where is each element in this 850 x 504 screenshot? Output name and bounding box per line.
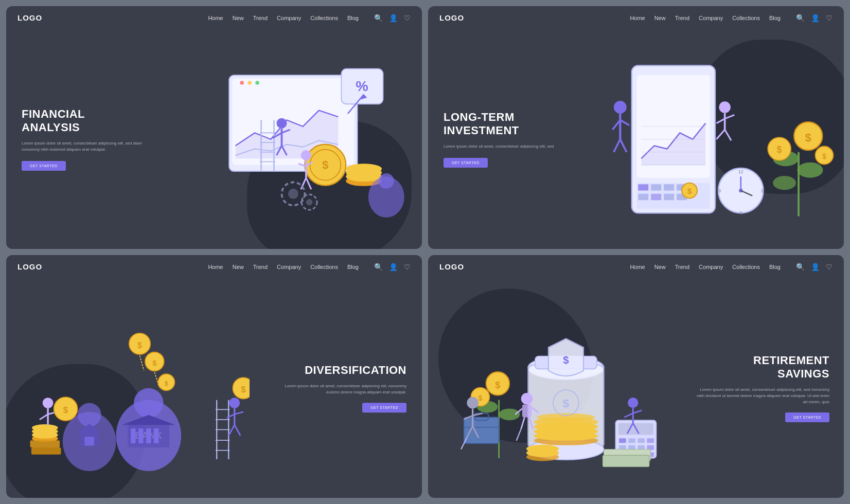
svg-line-80 (612, 120, 620, 130)
logo-1: LOGO (17, 13, 42, 22)
svg-line-190 (624, 413, 633, 417)
nav-collections-3[interactable]: Collections (310, 264, 338, 270)
svg-text:%: % (356, 78, 368, 94)
get-started-btn-4[interactable]: GET STARTED (785, 412, 829, 422)
search-icon-3[interactable]: 🔍 (374, 263, 383, 271)
nav-home-4[interactable]: Home (630, 264, 645, 270)
svg-point-118 (43, 398, 54, 408)
card-long-term-investment: LOGO Home New Trend Company Collections … (428, 6, 844, 249)
svg-line-89 (725, 130, 731, 140)
nav-new-2[interactable]: New (654, 15, 666, 21)
nav-links-2: Home New Trend Company Collections Blog (630, 15, 781, 21)
card-desc-4: Lorem ipsum dolor sit amet, consectetuer… (696, 387, 829, 405)
illustration-2: $ 12 3 6 9 $ $ (574, 29, 844, 249)
svg-line-134 (235, 412, 243, 415)
nav-icons-2: 🔍 👤 ♡ (796, 14, 833, 22)
svg-line-185 (521, 417, 524, 429)
nav-company-3[interactable]: Company (277, 264, 301, 270)
svg-point-26 (276, 118, 287, 128)
svg-line-83 (620, 139, 626, 152)
nav-blog-4[interactable]: Blog (769, 264, 781, 270)
illustration-4: $ $ $ $ (428, 278, 686, 498)
nav-collections-4[interactable]: Collections (732, 264, 760, 270)
svg-rect-96 (146, 428, 151, 443)
svg-rect-95 (138, 428, 143, 443)
nav-collections-2[interactable]: Collections (732, 15, 760, 21)
card-retirement-savings: LOGO Home New Trend Company Collections … (428, 255, 844, 498)
retirement-savings-svg: $ $ $ $ (435, 284, 680, 493)
get-started-btn-3[interactable]: GET STARTED (362, 403, 406, 412)
svg-line-191 (633, 410, 642, 413)
nav-home-3[interactable]: Home (208, 264, 223, 270)
search-icon-4[interactable]: 🔍 (796, 263, 805, 271)
svg-point-194 (467, 397, 479, 408)
nav-trend-1[interactable]: Trend (253, 15, 268, 21)
svg-line-133 (227, 414, 235, 418)
nav-trend-4[interactable]: Trend (675, 264, 689, 270)
svg-point-100 (78, 403, 101, 426)
svg-line-135 (228, 425, 235, 436)
search-icon-1[interactable]: 🔍 (374, 14, 383, 22)
nav-trend-2[interactable]: Trend (675, 15, 689, 21)
svg-point-91 (134, 388, 164, 418)
svg-text:6: 6 (739, 210, 742, 215)
svg-point-188 (628, 398, 638, 408)
heart-icon-2[interactable]: ♡ (826, 14, 833, 22)
heart-icon-3[interactable]: ♡ (404, 263, 411, 271)
search-icon-2[interactable]: 🔍 (796, 14, 805, 22)
nav-trend-3[interactable]: Trend (253, 264, 268, 270)
nav-company-1[interactable]: Company (277, 15, 301, 21)
get-started-btn-2[interactable]: GET STARTED (444, 158, 488, 168)
illustration-3: BANK (6, 278, 256, 498)
user-icon-1[interactable]: 👤 (389, 14, 398, 22)
nav-icons-1: 🔍 👤 ♡ (374, 14, 411, 22)
svg-line-116 (140, 355, 144, 370)
nav-home-2[interactable]: Home (630, 15, 645, 21)
card-title-4: RETIREMENTSAVINGS (696, 354, 829, 381)
nav-new-1[interactable]: New (233, 15, 244, 21)
diversification-svg: BANK (12, 284, 250, 493)
svg-text:$: $ (563, 354, 569, 366)
nav-company-2[interactable]: Company (699, 15, 723, 21)
svg-line-136 (235, 425, 241, 436)
nav-home-1[interactable]: Home (208, 15, 223, 21)
svg-text:$: $ (777, 145, 782, 155)
nav-blog-1[interactable]: Blog (347, 15, 359, 21)
nav-blog-2[interactable]: Blog (769, 15, 781, 21)
user-icon-2[interactable]: 👤 (811, 14, 820, 22)
svg-line-87 (725, 115, 735, 118)
card-desc-1: Lorem ipsum dolor sit amet, consectetuer… (22, 140, 155, 153)
nav-icons-4: 🔍 👤 ♡ (796, 263, 833, 271)
nav-new-3[interactable]: New (233, 264, 244, 270)
svg-point-107 (32, 424, 58, 431)
svg-rect-50 (638, 184, 648, 190)
svg-rect-169 (628, 438, 635, 443)
svg-text:$: $ (805, 131, 811, 143)
heart-icon-1[interactable]: ♡ (404, 14, 411, 22)
nav-company-4[interactable]: Company (699, 264, 723, 270)
logo-2: LOGO (439, 13, 464, 22)
get-started-btn-1[interactable]: GET STARTED (22, 161, 66, 171)
svg-rect-171 (647, 438, 654, 443)
logo-4: LOGO (439, 262, 464, 271)
nav-new-4[interactable]: New (654, 264, 666, 270)
content-area-3: DIVERSIFICATION Lorem ipsum dolor sit am… (6, 278, 422, 498)
svg-rect-170 (638, 438, 645, 443)
navbar-4: LOGO Home New Trend Company Collections … (428, 255, 844, 278)
svg-point-154 (499, 408, 520, 420)
card-text-3: DIVERSIFICATION Lorem ipsum dolor sit am… (273, 364, 406, 412)
svg-text:$: $ (562, 397, 569, 410)
svg-text:$: $ (152, 358, 157, 367)
nav-collections-1[interactable]: Collections (310, 15, 338, 21)
card-title-3: DIVERSIFICATION (273, 364, 406, 377)
svg-rect-180 (603, 455, 649, 467)
svg-point-19 (379, 173, 394, 189)
svg-rect-109 (31, 447, 61, 455)
nav-links-3: Home New Trend Company Collections Blog (208, 264, 359, 270)
navbar-2: LOGO Home New Trend Company Collections … (428, 6, 844, 29)
nav-blog-3[interactable]: Blog (347, 264, 359, 270)
heart-icon-4[interactable]: ♡ (826, 263, 833, 271)
user-icon-3[interactable]: 👤 (389, 263, 398, 271)
svg-point-70 (798, 162, 823, 177)
user-icon-4[interactable]: 👤 (811, 263, 820, 271)
